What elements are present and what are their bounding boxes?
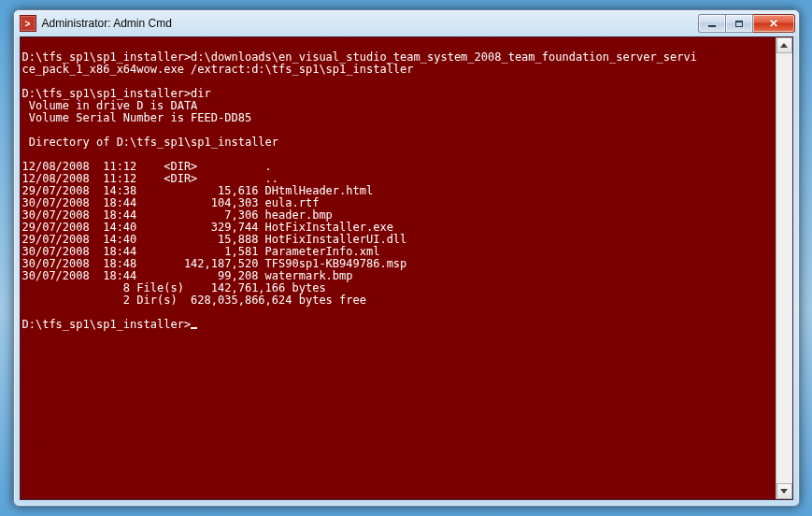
desktop-background: > Administrator: Admin Cmd ✕ D:\tfs_sp1\… xyxy=(0,0,812,516)
terminal-output[interactable]: D:\tfs_sp1\sp1_installer>d:\downloads\en… xyxy=(21,37,776,499)
window-title: Administrator: Admin Cmd xyxy=(42,17,698,30)
cursor xyxy=(191,327,197,329)
maximize-button[interactable] xyxy=(725,14,753,33)
powershell-icon: > xyxy=(20,15,36,32)
chevron-up-icon xyxy=(780,43,788,48)
close-icon: ✕ xyxy=(769,18,778,29)
client-area: D:\tfs_sp1\sp1_installer>d:\downloads\en… xyxy=(20,36,793,500)
maximize-icon xyxy=(735,21,743,27)
window-controls: ✕ xyxy=(698,14,795,33)
scroll-down-button[interactable] xyxy=(776,483,792,499)
scroll-track[interactable] xyxy=(776,53,792,483)
minimize-button[interactable] xyxy=(698,14,725,33)
chevron-down-icon xyxy=(780,489,788,494)
vertical-scrollbar[interactable] xyxy=(776,37,792,499)
titlebar[interactable]: > Administrator: Admin Cmd ✕ xyxy=(14,10,799,36)
minimize-icon xyxy=(708,25,716,27)
close-button[interactable]: ✕ xyxy=(753,14,795,33)
cmd-window: > Administrator: Admin Cmd ✕ D:\tfs_sp1\… xyxy=(13,9,800,507)
scroll-up-button[interactable] xyxy=(776,37,792,53)
